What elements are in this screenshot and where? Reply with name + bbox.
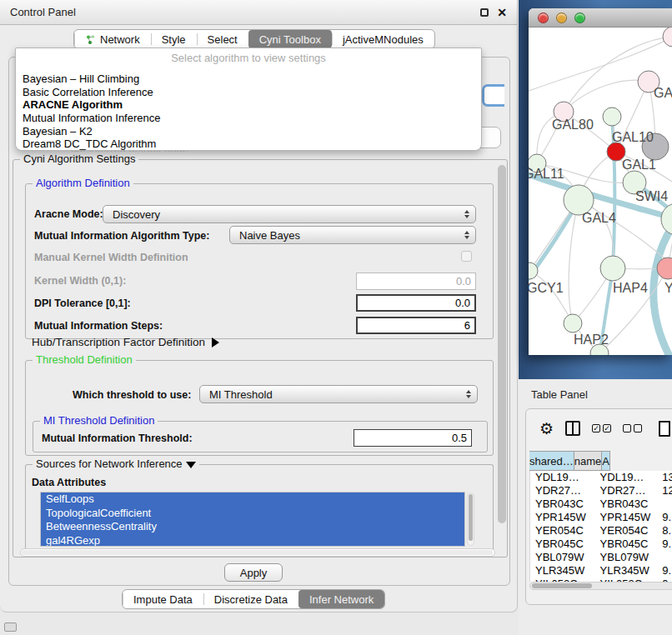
control-panel-tab[interactable]: Cyni Toolbox (248, 30, 332, 48)
table-row[interactable]: YLR345W YLR345W 9. (530, 564, 672, 578)
attribute-list-item[interactable]: SelfLoops (41, 492, 464, 507)
hub-definition-expander[interactable]: Hub/Transcription Factor Definition (32, 336, 219, 348)
manual-kernel-label: Manual Kernel Width Definition (34, 252, 188, 263)
control-panel-tab[interactable]: Network (74, 30, 151, 48)
network-node[interactable] (600, 256, 625, 281)
gear-icon[interactable]: ⚙ (539, 421, 554, 437)
cyni-algorithm-settings-group: Cyni Algorithm Settings Algorithm Defini… (13, 159, 508, 558)
column-header-label: name (574, 455, 602, 468)
screenshot-root: Control Panel ✕ Network (0, 0, 672, 635)
aracne-mode-select[interactable]: Discovery (103, 205, 476, 223)
algorithm-option[interactable]: Bayesian – Hill Climbing (16, 72, 481, 86)
tab-label: Infer Network (309, 593, 374, 606)
node-label: GAL11 (529, 167, 564, 181)
table-horizontal-scrollbar[interactable] (529, 582, 672, 590)
node-label: GAL10 (612, 130, 654, 144)
algorithm-definition-group: Algorithm Definition Aracne Mode: Discov… (25, 183, 494, 339)
which-threshold-select[interactable]: MI Threshold (199, 385, 478, 403)
table-row[interactable]: YER054C YER054C 8. (530, 524, 672, 538)
node-label: GAL (654, 86, 672, 100)
table-row[interactable]: YPR145W YPR145W 9. (530, 511, 672, 524)
close-icon[interactable]: ✕ (497, 7, 507, 18)
network-canvas[interactable]: GALGAL80GAL10GAL1GAL11SWI4GAL4GCY1HAP4YH… (529, 28, 672, 355)
bottom-tab[interactable]: Infer Network (298, 590, 384, 608)
table-column-header[interactable]: name (574, 451, 603, 471)
network-edge (529, 271, 573, 323)
kernel-width-input[interactable]: 0.0 (356, 272, 476, 290)
table-row[interactable]: YDL19… YDL19… 13 (530, 471, 672, 484)
table-row[interactable]: YDR27… YDR27… 12 (530, 484, 672, 498)
mi-steps-input[interactable]: 6 (356, 317, 476, 334)
algorithm-option[interactable]: ARACNE Algorithm (16, 98, 481, 112)
mi-threshold-input[interactable]: 0.5 (354, 429, 472, 447)
control-panel-tab[interactable]: Select (197, 30, 248, 48)
network-node[interactable] (603, 108, 621, 126)
bottom-tabbar: Impute Data Discretize Data Infer Networ… (122, 589, 385, 609)
table-header-row: shared… name A (529, 451, 672, 471)
tab-label: jActiveMNodules (343, 33, 424, 46)
algorithm-option[interactable]: Bayesian – K2 (16, 125, 481, 138)
node-label: HAP2 (574, 332, 609, 347)
zoom-traffic-light[interactable] (574, 12, 585, 23)
sources-group-title[interactable]: Sources for Network Inference (33, 458, 199, 470)
table-column-header[interactable]: A (602, 451, 610, 471)
network-node[interactable] (663, 28, 672, 47)
table-column-header[interactable]: shared… (529, 451, 574, 471)
control-panel-title: Control Panel (10, 6, 76, 18)
column-header-label: shared… (529, 455, 574, 468)
stepper-arrows-icon (466, 386, 471, 402)
attribute-list-item[interactable]: TopologicalCoefficient (41, 507, 464, 521)
aracne-mode-value: Discovery (113, 208, 160, 221)
table-panel-title: Table Panel (531, 388, 588, 401)
algorithm-options: Bayesian – Hill Climbing Basic Correlati… (16, 72, 481, 151)
minimize-traffic-light[interactable] (556, 12, 567, 23)
table-toolbar: ⚙ ✓ ✓ (526, 409, 672, 448)
network-node[interactable] (564, 314, 582, 332)
network-icon (85, 34, 96, 45)
settings-group-title: Cyni Algorithm Settings (20, 152, 138, 165)
attribute-list-item[interactable]: BetweennessCentrality (41, 520, 464, 534)
algorithm-option[interactable]: Mutual Information Inference (16, 112, 481, 125)
float-window-icon[interactable] (480, 8, 489, 17)
dpi-tolerance-input[interactable]: 0.0 (356, 294, 476, 312)
network-svg: GALGAL80GAL10GAL1GAL11SWI4GAL4GCY1HAP4YH… (529, 28, 672, 355)
attribute-list-item[interactable]: gal4RGexp (41, 534, 464, 548)
kernel-width-label: Kernel Width (0,1): (34, 275, 126, 287)
network-node[interactable] (661, 203, 672, 235)
threshold-definition-group: Threshold Definition Which threshold to … (25, 360, 494, 456)
bottom-tab[interactable]: Impute Data (123, 590, 203, 608)
apply-button[interactable]: Apply (224, 563, 283, 582)
algorithm-dropdown-popup: Select algorithm to view settings Bayesi… (15, 48, 482, 151)
which-threshold-label: Which threshold to use: (73, 389, 191, 401)
table-row[interactable]: YBL079W YBL079W (530, 551, 672, 564)
checked-pair-icon[interactable]: ✓ ✓ (592, 424, 611, 432)
settings-vertical-scrollbar[interactable] (498, 165, 506, 550)
split-columns-icon[interactable] (565, 421, 580, 436)
expand-arrow-icon (212, 338, 219, 348)
mi-type-select[interactable]: Naive Bayes (229, 226, 476, 244)
bottom-tab[interactable]: Discretize Data (203, 590, 298, 608)
minimized-panel-icon[interactable] (4, 622, 17, 632)
table-row[interactable]: YBR045C YBR045C 9. (530, 538, 672, 551)
attributes-list-scrollbar[interactable] (467, 492, 474, 546)
threshold-definition-title: Threshold Definition (33, 353, 136, 366)
close-traffic-light[interactable] (538, 12, 549, 23)
algorithm-option[interactable]: Basic Correlation Inference (16, 86, 481, 99)
control-panel-tab[interactable]: jActiveMNodules (332, 30, 434, 48)
settings-horizontal-scrollbar[interactable] (20, 548, 495, 557)
sources-title-text: Sources for Network Inference (36, 458, 183, 470)
algorithm-placeholder: Select algorithm to view settings (16, 52, 481, 64)
manual-kernel-checkbox[interactable] (461, 251, 472, 262)
table-panel-region: Table Panel ⚙ ✓ ✓ (519, 379, 672, 635)
tab-label: Select (208, 33, 238, 46)
algorithm-option[interactable]: Dream8 DC_TDC Algorithm (16, 138, 481, 151)
unchecked-pair-icon[interactable] (623, 424, 642, 432)
table-row[interactable]: YBR043C YBR043C (530, 498, 672, 511)
node-table: shared… name A YDL (529, 451, 672, 582)
document-icon[interactable] (659, 421, 670, 437)
tab-label: Network (100, 33, 140, 46)
control-panel-window: Control Panel ✕ Network (0, 0, 518, 612)
tab-label: Style (162, 33, 186, 46)
control-panel-tab[interactable]: Style (151, 30, 197, 48)
node-label: Y (664, 281, 672, 295)
